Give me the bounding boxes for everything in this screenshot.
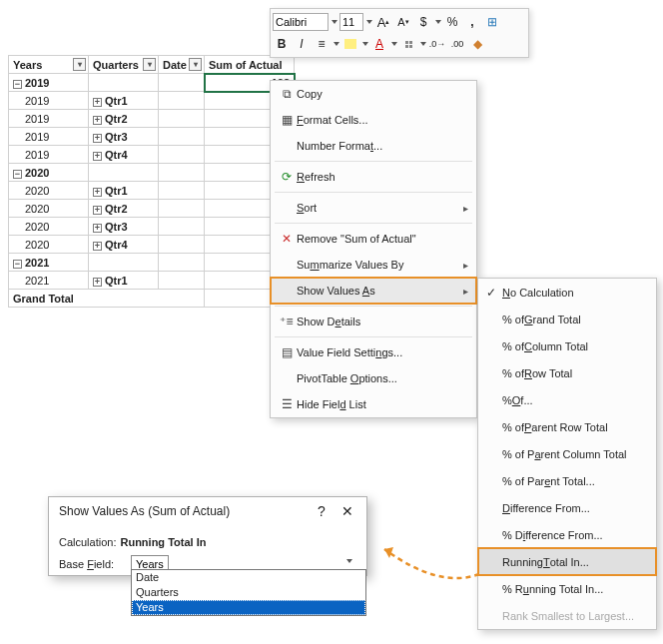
expand-icon[interactable]: +	[93, 116, 102, 125]
font-size-input[interactable]	[339, 13, 363, 31]
menu-number-format[interactable]: Number Format...	[271, 133, 476, 159]
chevron-down-icon[interactable]	[333, 42, 339, 46]
border-icon[interactable]	[399, 35, 417, 53]
chevron-right-icon: ▸	[463, 260, 468, 271]
submenu-pct-row[interactable]: % of Row Total	[478, 359, 656, 386]
qtr-row[interactable]: +Qtr1	[89, 272, 159, 290]
header-sum[interactable]: Sum of Actual	[205, 56, 295, 74]
format-painter-icon[interactable]: ⊞	[483, 13, 501, 31]
expand-icon[interactable]: +	[93, 188, 102, 197]
percent-icon[interactable]: %	[443, 13, 461, 31]
qtr-row[interactable]: +Qtr4	[89, 146, 159, 164]
qtr-row[interactable]: +Qtr4	[89, 236, 159, 254]
expand-icon[interactable]: +	[93, 206, 102, 215]
submenu-pct-parent[interactable]: % of Parent Total...	[478, 467, 656, 494]
qtr-year[interactable]: 2019	[9, 110, 89, 128]
expand-icon[interactable]: +	[93, 242, 102, 251]
submenu-diff-from[interactable]: Difference From...	[478, 494, 656, 521]
chevron-down-icon[interactable]	[420, 42, 426, 46]
submenu-pct-grand[interactable]: % of Grand Total	[478, 306, 656, 332]
increase-decimal-icon[interactable]: .0→	[428, 35, 446, 53]
submenu-rank-smallest[interactable]: Rank Smallest to Largest...	[478, 602, 656, 629]
menu-pivot-options[interactable]: PivotTable Options...	[271, 365, 476, 391]
menu-format-cells[interactable]: ▦ Format Cells...	[271, 107, 476, 133]
clear-icon[interactable]: ◆	[468, 35, 486, 53]
qtr-row[interactable]: +Qtr3	[89, 218, 159, 236]
bold-icon[interactable]: B	[273, 35, 291, 53]
decrease-font-icon[interactable]: A▾	[394, 13, 412, 31]
currency-icon[interactable]: $	[414, 13, 432, 31]
qtr-row[interactable]: +Qtr2	[89, 110, 159, 128]
chevron-down-icon[interactable]	[362, 42, 368, 46]
submenu-no-calc[interactable]: No Calculation	[478, 279, 656, 306]
qtr-row[interactable]: +Qtr3	[89, 128, 159, 146]
year-row[interactable]: −2019	[9, 74, 89, 92]
comma-icon[interactable]: ,	[463, 13, 481, 31]
collapse-icon[interactable]: −	[13, 170, 22, 179]
chevron-down-icon[interactable]	[391, 42, 397, 46]
menu-value-field[interactable]: ▤ Value Field Settings...	[271, 339, 476, 365]
dropdown-icon[interactable]	[189, 58, 202, 71]
option-date[interactable]: Date	[132, 570, 365, 585]
menu-refresh[interactable]: ⟳ Refresh	[271, 164, 476, 190]
submenu-pct-diff-from[interactable]: % Difference From...	[478, 521, 656, 548]
font-name-input[interactable]	[273, 13, 329, 31]
qtr-row[interactable]: +Qtr2	[89, 200, 159, 218]
collapse-icon[interactable]: −	[13, 260, 22, 269]
field-settings-icon: ▤	[277, 345, 297, 359]
submenu-pct-running[interactable]: % Running Total In...	[478, 575, 656, 602]
year-row[interactable]: −2020	[9, 164, 89, 182]
dropdown-icon[interactable]	[143, 58, 156, 71]
year-row[interactable]: −2021	[9, 254, 89, 272]
option-years[interactable]: Years	[132, 600, 365, 615]
copy-icon: ⧉	[277, 87, 297, 101]
menu-show-details[interactable]: ⁺≡ Show Details	[271, 309, 476, 334]
help-button[interactable]: ?	[309, 503, 334, 519]
header-quarters[interactable]: Quarters	[89, 56, 159, 74]
chevron-down-icon[interactable]	[332, 20, 337, 24]
submenu-pct-parent-row[interactable]: % of Parent Row Total	[478, 413, 656, 440]
qtr-year[interactable]: 2020	[9, 218, 89, 236]
header-date[interactable]: Date	[159, 56, 205, 74]
submenu-running-total[interactable]: Running Total In...	[478, 548, 656, 575]
collapse-icon[interactable]: −	[13, 80, 22, 89]
submenu-pct-col[interactable]: % of Column Total	[478, 332, 656, 359]
qtr-row[interactable]: +Qtr1	[89, 92, 159, 110]
submenu-pct-parent-col[interactable]: % of Parent Column Total	[478, 440, 656, 467]
expand-icon[interactable]: +	[93, 152, 102, 161]
qtr-year[interactable]: 2020	[9, 182, 89, 200]
qtr-year[interactable]: 2019	[9, 128, 89, 146]
menu-copy[interactable]: ⧉ Copy	[271, 81, 476, 107]
close-button[interactable]: ✕	[334, 503, 360, 519]
qtr-year[interactable]: 2020	[9, 236, 89, 254]
option-quarters[interactable]: Quarters	[132, 585, 365, 600]
align-icon[interactable]: ≡	[313, 35, 331, 53]
font-color-icon[interactable]: A	[370, 35, 388, 53]
submenu-pct-of[interactable]: % Of...	[478, 386, 656, 413]
increase-font-icon[interactable]: A▴	[374, 13, 392, 31]
menu-show-values-as[interactable]: Show Values As ▸	[271, 278, 476, 304]
chevron-down-icon[interactable]	[366, 20, 372, 24]
qtr-row[interactable]: +Qtr1	[89, 182, 159, 200]
menu-hide-field-list[interactable]: ☰ Hide Field List	[271, 391, 476, 417]
chevron-right-icon: ▸	[463, 286, 468, 297]
qtr-year[interactable]: 2020	[9, 200, 89, 218]
expand-icon[interactable]: +	[93, 98, 102, 107]
expand-icon[interactable]: +	[93, 134, 102, 143]
menu-summarize[interactable]: Summarize Values By ▸	[271, 252, 476, 278]
fill-color-icon[interactable]	[341, 35, 359, 53]
qtr-year[interactable]: 2021	[9, 272, 89, 290]
qtr-year[interactable]: 2019	[9, 146, 89, 164]
chevron-right-icon: ▸	[463, 203, 468, 214]
curved-arrow-icon	[369, 534, 489, 594]
header-years[interactable]: Years	[9, 56, 89, 74]
qtr-year[interactable]: 2019	[9, 92, 89, 110]
italic-icon[interactable]: I	[293, 35, 311, 53]
menu-sort[interactable]: Sort ▸	[271, 195, 476, 221]
chevron-down-icon[interactable]	[435, 20, 441, 24]
expand-icon[interactable]: +	[93, 224, 102, 233]
expand-icon[interactable]: +	[93, 278, 102, 287]
menu-remove[interactable]: ✕ Remove "Sum of Actual"	[271, 226, 476, 252]
dropdown-icon[interactable]	[73, 58, 86, 71]
decrease-decimal-icon[interactable]: .00	[448, 35, 466, 53]
